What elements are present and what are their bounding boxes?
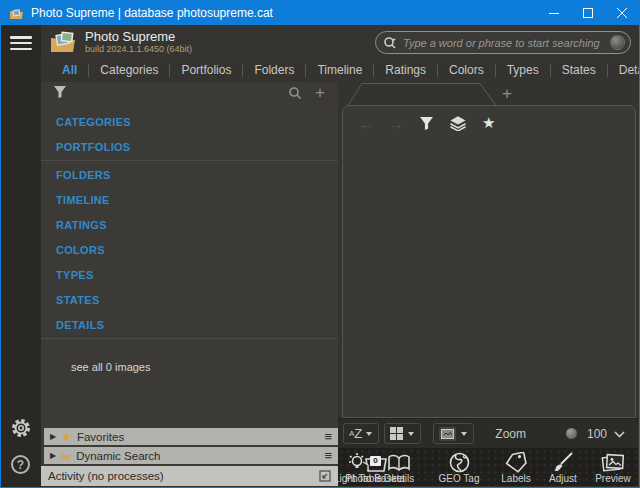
collection-tab[interactable]	[344, 82, 504, 106]
tab-folders[interactable]: Folders	[242, 64, 305, 77]
geo-tag-button[interactable]: GEO Tag	[429, 451, 489, 485]
image-collection-panel: ← → ★	[342, 105, 636, 418]
favorites-star-icon: ★	[61, 430, 72, 444]
zoom-label: Zoom	[495, 427, 526, 441]
sidebar-add-icon[interactable]: +	[315, 82, 325, 104]
action-bar: Light Table 0 Photo Basket	[338, 448, 638, 486]
close-button[interactable]	[605, 1, 639, 25]
globe-icon	[449, 451, 470, 473]
sidebar-link-categories[interactable]: CATEGORIES	[41, 110, 338, 135]
details-button[interactable]: Details	[382, 451, 416, 485]
collection-filter-icon[interactable]	[419, 116, 434, 131]
new-tab-icon[interactable]: +	[502, 84, 512, 104]
sidebar-link-portfolios[interactable]: PORTFOLIOS	[41, 135, 338, 161]
gear-icon[interactable]	[10, 417, 32, 439]
sort-z-glyph: Z	[354, 426, 362, 441]
help-glyph: ?	[17, 458, 24, 472]
left-rail: ?	[1, 25, 41, 487]
search-icon[interactable]	[383, 36, 399, 50]
tab-ratings[interactable]: Ratings	[373, 64, 437, 77]
zoom-chevron-down-icon[interactable]	[614, 431, 625, 438]
forward-icon[interactable]: →	[389, 115, 404, 132]
chevron-down-icon	[460, 431, 468, 437]
tab-types[interactable]: Types	[495, 64, 550, 77]
help-icon[interactable]: ?	[11, 455, 30, 474]
hamburger-menu-icon[interactable]	[10, 36, 32, 51]
activity-bar[interactable]: Activity (no processes)	[41, 466, 338, 486]
adjust-label: Adjust	[549, 473, 577, 485]
sidebar: + CATEGORIES PORTFOLIOS FOLDERS TIMELINE…	[41, 82, 338, 486]
tab-colors[interactable]: Colors	[437, 64, 495, 77]
preview-button[interactable]: Preview	[583, 451, 640, 485]
app-icon	[9, 7, 24, 20]
thumbnail-view-button[interactable]	[384, 423, 421, 444]
sidebar-link-colors[interactable]: COLORS	[41, 238, 338, 263]
sidebar-links: CATEGORIES PORTFOLIOS FOLDERS TIMELINE R…	[41, 110, 338, 339]
details-label: Details	[384, 473, 415, 485]
favorites-menu-icon[interactable]: ≡	[324, 429, 332, 444]
collection-tab-strip: +	[338, 82, 638, 106]
brush-icon	[553, 451, 574, 473]
tab-all[interactable]: All	[51, 64, 88, 77]
geo-tag-label: GEO Tag	[439, 473, 480, 485]
back-icon[interactable]: ←	[359, 115, 374, 132]
thumbnail-info-button[interactable]	[433, 423, 474, 444]
sidebar-link-folders[interactable]: FOLDERS	[41, 163, 338, 188]
sidebar-link-ratings[interactable]: RATINGS	[41, 213, 338, 238]
tab-categories[interactable]: Categories	[88, 64, 169, 77]
sidebar-toolbar: +	[41, 82, 338, 104]
chevron-down-icon	[407, 431, 415, 437]
header: Photo Supreme build 2024.1.1.6450 (64bit…	[41, 25, 639, 59]
sidebar-link-types[interactable]: TYPES	[41, 263, 338, 288]
expand-arrow-icon[interactable]: ▶	[50, 432, 56, 441]
tab-timeline[interactable]: Timeline	[305, 64, 373, 77]
dynamic-search-panel-header[interactable]: ▶ ∞ Dynamic Search ≡	[44, 447, 338, 464]
tab-details[interactable]: Details	[607, 64, 639, 77]
thumbnail-style-icon	[439, 427, 456, 441]
sidebar-link-timeline[interactable]: TIMELINE	[41, 188, 338, 213]
open-book-icon	[387, 451, 411, 473]
minimize-button[interactable]	[537, 1, 571, 25]
main-tab-bar: All Categories Portfolios Folders Timeli…	[41, 59, 639, 82]
sort-button[interactable]: AZ	[343, 423, 379, 444]
activity-label: Activity (no processes)	[48, 470, 319, 482]
preview-label: Preview	[595, 473, 631, 485]
expand-arrow-icon[interactable]: ▶	[50, 451, 56, 460]
collection-star-icon[interactable]: ★	[482, 114, 495, 132]
chevron-down-icon	[365, 431, 373, 437]
zoom-value[interactable]: 100	[587, 427, 607, 441]
sidebar-link-states[interactable]: STATES	[41, 288, 338, 313]
zoom-slider-knob[interactable]	[566, 428, 577, 439]
layers-icon[interactable]	[449, 115, 467, 131]
favorites-label: Favorites	[77, 431, 324, 443]
search-options-sphere-icon[interactable]	[610, 35, 625, 50]
activity-popout-icon[interactable]	[319, 470, 331, 482]
photo-supreme-window: Photo Supreme | database photosupreme.ca…	[0, 0, 640, 488]
photo-supreme-logo	[49, 30, 77, 54]
app-name: Photo Supreme	[85, 30, 192, 44]
build-version: build 2024.1.1.6450 (64bit)	[85, 44, 192, 55]
photo-basket-count-badge: 0	[370, 456, 381, 466]
dynamic-search-menu-icon[interactable]: ≡	[324, 448, 332, 463]
collection-nav-row: ← → ★	[343, 106, 635, 132]
preview-photos-icon	[601, 451, 625, 473]
tag-icon	[505, 451, 527, 473]
filter-icon[interactable]	[53, 85, 67, 99]
app-identity: Photo Supreme build 2024.1.1.6450 (64bit…	[85, 30, 192, 55]
dynamic-search-label: Dynamic Search	[76, 450, 324, 462]
see-all-images-link[interactable]: see all 0 images	[41, 361, 338, 373]
window-title: Photo Supreme | database photosupreme.ca…	[31, 6, 537, 20]
favorites-panel-header[interactable]: ▶ ★ Favorites ≡	[44, 428, 338, 445]
dynamic-search-icon: ∞	[61, 451, 71, 461]
sidebar-search-icon[interactable]	[288, 86, 302, 100]
view-toolbar: AZ	[338, 418, 638, 448]
grid-view-icon	[390, 427, 403, 440]
title-bar: Photo Supreme | database photosupreme.ca…	[1, 1, 639, 25]
sidebar-link-details[interactable]: DETAILS	[41, 313, 338, 339]
tab-states[interactable]: States	[550, 64, 607, 77]
maximize-button[interactable]	[571, 1, 605, 25]
search-input[interactable]	[403, 37, 610, 49]
main-area: + ← → ★ AZ	[338, 82, 638, 486]
search-box[interactable]	[375, 31, 631, 54]
tab-portfolios[interactable]: Portfolios	[169, 64, 242, 77]
